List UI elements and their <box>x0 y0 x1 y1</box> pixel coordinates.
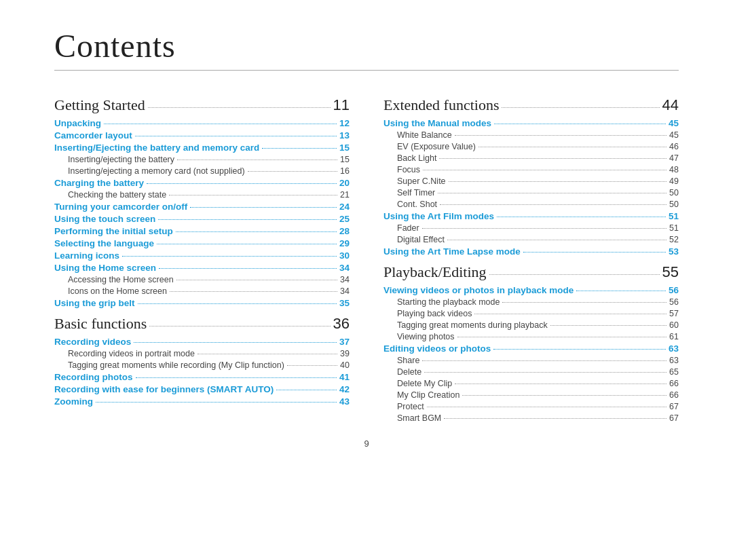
toc-item-page: 34 <box>340 275 350 284</box>
toc-item-label: Digital Effect <box>397 235 445 244</box>
dots-leader <box>96 402 337 403</box>
toc-item[interactable]: Cont. Shot50 <box>383 200 679 209</box>
dots-leader <box>287 365 337 366</box>
toc-item[interactable]: Digital Effect52 <box>383 235 679 244</box>
toc-item[interactable]: Back Light47 <box>383 153 679 163</box>
toc-item[interactable]: Recording photos41 <box>54 372 350 382</box>
dots-leader <box>134 342 337 343</box>
toc-item[interactable]: Using the Manual modes45 <box>383 118 679 128</box>
toc-item[interactable]: Self Timer50 <box>383 188 679 198</box>
toc-item[interactable]: Inserting/ejecting the battery15 <box>54 155 350 164</box>
toc-item-page: 61 <box>669 332 679 341</box>
toc-item[interactable]: Unpacking12 <box>54 118 350 128</box>
footer-page-number: 9 <box>364 438 369 449</box>
toc-item-label: Viewing videos or photos in playback mod… <box>383 285 574 295</box>
toc-item-page: 65 <box>669 367 679 377</box>
toc-item-page: 67 <box>669 413 679 423</box>
toc-item[interactable]: Fader51 <box>383 223 679 233</box>
toc-item-label: Icons on the Home screen <box>68 286 167 296</box>
dots-leader <box>455 135 666 136</box>
toc-item[interactable]: Accessing the Home screen34 <box>54 275 350 284</box>
toc-item[interactable]: Editing videos or photos63 <box>383 343 679 354</box>
toc-item-page: 57 <box>669 309 679 318</box>
toc-item[interactable]: Tagging great moments while recording (M… <box>54 360 350 370</box>
toc-item[interactable]: Icons on the Home screen34 <box>54 286 350 296</box>
toc-item[interactable]: Focus48 <box>383 165 679 174</box>
toc-item[interactable]: Delete65 <box>383 367 679 377</box>
toc-item[interactable]: Camcorder layout13 <box>54 130 350 141</box>
toc-item-label: Share <box>397 356 419 365</box>
toc-item[interactable]: Starting the playback mode56 <box>383 297 679 307</box>
toc-item[interactable]: Checking the battery state21 <box>54 190 350 200</box>
toc-item[interactable]: Delete My Clip66 <box>383 379 679 388</box>
section-header: Extended functions44 <box>383 96 679 114</box>
toc-item[interactable]: Recording videos in portrait mode39 <box>54 349 350 358</box>
toc-item[interactable]: Using the grip belt35 <box>54 298 350 308</box>
dots-leader <box>422 228 666 229</box>
dots-leader <box>176 231 337 232</box>
section-label: Basic functions <box>54 315 147 333</box>
toc-item[interactable]: Tagging great moments during playback60 <box>383 320 679 330</box>
toc-item-label: Selecting the language <box>54 238 154 248</box>
toc-item-label: Starting the playback mode <box>397 297 500 307</box>
dots-leader <box>439 158 666 159</box>
toc-item[interactable]: Performing the initial setup28 <box>54 226 350 236</box>
toc-item[interactable]: Using the Art Time Lapse mode53 <box>383 246 679 257</box>
left-column: Getting Started11Unpacking12Camcorder la… <box>54 90 350 425</box>
dots-leader <box>190 207 337 208</box>
toc-item-label: Recording with ease for beginners (SMART… <box>54 384 274 394</box>
toc-item-label: Using the touch screen <box>54 214 155 224</box>
toc-item[interactable]: Zooming43 <box>54 396 350 407</box>
toc-item-page: 53 <box>669 246 679 257</box>
toc-item[interactable]: Selecting the language29 <box>54 238 350 248</box>
toc-item-label: Focus <box>397 165 420 174</box>
toc-item[interactable]: Using the touch screen25 <box>54 214 350 224</box>
section-header: Getting Started11 <box>54 96 350 114</box>
toc-item[interactable]: Learning icons30 <box>54 250 350 261</box>
toc-item[interactable]: Playing back videos57 <box>383 309 679 318</box>
toc-item[interactable]: Charging the battery20 <box>54 178 350 188</box>
toc-item-label: Recording videos <box>54 337 131 347</box>
toc-item-page: 67 <box>669 402 679 411</box>
toc-item[interactable]: Viewing videos or photos in playback mod… <box>383 285 679 295</box>
dots-leader <box>502 107 659 108</box>
page-container: Contents Getting Started11Unpacking12Cam… <box>54 27 679 449</box>
toc-item-page: 60 <box>669 320 679 330</box>
toc-item[interactable]: Inserting/Ejecting the battery and memor… <box>54 143 350 153</box>
toc-item-page: 15 <box>339 143 350 153</box>
dots-leader <box>497 217 666 217</box>
toc-item[interactable]: Using the Art Film modes51 <box>383 211 679 221</box>
toc-item-label: Accessing the Home screen <box>68 275 174 284</box>
toc-item[interactable]: Smart BGM67 <box>383 413 679 423</box>
toc-item[interactable]: Viewing photos61 <box>383 332 679 341</box>
toc-item-label: Recording photos <box>54 372 133 382</box>
toc-item-label: My Clip Creation <box>397 390 459 400</box>
toc-item-page: 25 <box>339 214 350 224</box>
toc-item[interactable]: My Clip Creation66 <box>383 390 679 400</box>
toc-item-page: 34 <box>339 263 350 273</box>
dots-leader <box>176 280 337 280</box>
toc-item[interactable]: Recording with ease for beginners (SMART… <box>54 384 350 394</box>
toc-item-label: Super C.Nite <box>397 176 446 186</box>
toc-item[interactable]: White Balance45 <box>383 130 679 140</box>
right-column: Extended functions44Using the Manual mod… <box>383 90 679 425</box>
toc-item[interactable]: Super C.Nite49 <box>383 176 679 186</box>
section-page: 11 <box>333 96 350 114</box>
section-header: Basic functions36 <box>54 315 350 333</box>
toc-item-label: Smart BGM <box>397 413 441 423</box>
toc-item[interactable]: Using the Home screen34 <box>54 263 350 273</box>
toc-item[interactable]: Inserting/ejecting a memory card (not su… <box>54 166 350 176</box>
toc-item-page: 37 <box>339 337 350 347</box>
toc-item-page: 40 <box>340 360 350 370</box>
section-page: 55 <box>662 263 679 281</box>
toc-item-label: Checking the battery state <box>68 190 166 200</box>
toc-item[interactable]: Protect67 <box>383 402 679 411</box>
toc-item[interactable]: EV (Exposure Value)46 <box>383 142 679 151</box>
toc-item[interactable]: Turning your camcorder on/off24 <box>54 202 350 212</box>
toc-item[interactable]: Recording videos37 <box>54 337 350 347</box>
toc-item[interactable]: Share63 <box>383 356 679 365</box>
dots-leader <box>523 252 666 253</box>
toc-item-page: 50 <box>669 188 679 198</box>
dots-leader <box>440 204 666 205</box>
toc-item-label: Delete <box>397 367 421 377</box>
